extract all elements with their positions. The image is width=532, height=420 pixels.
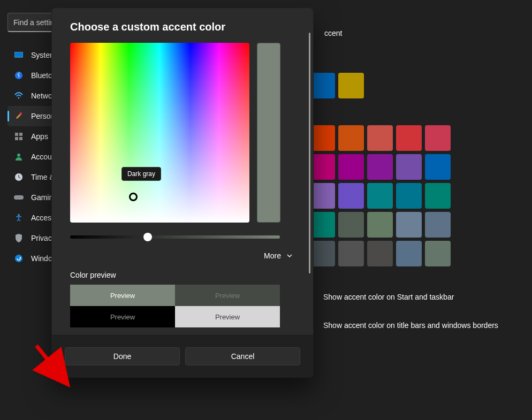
accessibility-icon [14, 213, 24, 223]
color-tooltip: Dark gray [121, 167, 161, 181]
color-preview-label: Color preview [70, 271, 295, 279]
color-swatch[interactable] [338, 125, 364, 151]
svg-rect-7 [15, 137, 18, 140]
color-swatch[interactable] [396, 212, 422, 238]
svg-rect-5 [15, 133, 18, 136]
color-swatch[interactable] [396, 183, 422, 209]
color-swatch[interactable] [338, 183, 364, 209]
cancel-button[interactable]: Cancel [185, 347, 300, 365]
gamepad-icon [14, 193, 24, 202]
svg-rect-11 [14, 195, 24, 200]
preview-tile: Preview [70, 285, 175, 306]
color-swatch[interactable] [338, 154, 364, 180]
recent-swatch[interactable] [338, 73, 364, 98]
shield-icon [14, 233, 24, 243]
dialog-scrollbar[interactable] [309, 33, 310, 273]
color-swatch[interactable] [396, 241, 422, 266]
value-slider[interactable] [70, 235, 280, 239]
color-swatch[interactable] [367, 154, 393, 180]
paintbrush-icon [14, 111, 24, 121]
dialog-footer: Done Cancel [52, 335, 313, 377]
svg-rect-6 [19, 133, 22, 136]
color-swatch[interactable] [396, 125, 422, 151]
wifi-icon [14, 91, 24, 101]
hue-sat-field[interactable]: Dark gray [70, 43, 249, 223]
more-label: More [264, 251, 281, 260]
color-swatch[interactable] [367, 125, 393, 151]
color-swatch[interactable] [425, 241, 451, 266]
dialog-title: Choose a custom accent color [70, 21, 295, 33]
display-icon [14, 50, 24, 60]
color-swatch[interactable] [425, 212, 451, 238]
clock-icon [14, 172, 24, 182]
chevron-down-icon [286, 253, 293, 259]
preview-tile: Preview [175, 306, 280, 327]
svg-rect-0 [14, 52, 23, 57]
sidebar-item-label: Apps [31, 132, 48, 141]
color-picker-dialog: Choose a custom accent color Dark gray M… [51, 7, 314, 378]
color-swatch[interactable] [367, 183, 393, 209]
person-icon [14, 152, 24, 162]
color-swatch[interactable] [425, 154, 451, 180]
preview-chip [257, 43, 280, 223]
color-swatch[interactable] [367, 212, 393, 238]
color-swatch[interactable] [396, 154, 422, 180]
windows-colors-grid [309, 125, 521, 266]
bluetooth-icon [14, 71, 24, 80]
slider-thumb[interactable] [143, 233, 152, 241]
more-button[interactable]: More [70, 251, 295, 260]
color-swatch[interactable] [338, 241, 364, 266]
color-swatch[interactable] [338, 212, 364, 238]
svg-point-3 [18, 97, 20, 99]
done-button[interactable]: Done [65, 347, 180, 365]
color-swatch[interactable] [425, 125, 451, 151]
recent-colors [309, 73, 521, 98]
preview-tile: Preview [175, 285, 280, 306]
svg-point-9 [17, 154, 20, 157]
preview-grid: Preview Preview Preview Preview [70, 285, 280, 327]
svg-point-13 [15, 255, 22, 262]
color-swatch[interactable] [367, 241, 393, 266]
update-icon [14, 254, 24, 263]
picker-cursor[interactable] [129, 193, 138, 201]
svg-point-12 [18, 214, 20, 216]
apps-icon [14, 132, 24, 141]
svg-rect-8 [19, 137, 22, 140]
color-swatch[interactable] [425, 183, 451, 209]
preview-tile: Preview [70, 306, 175, 327]
